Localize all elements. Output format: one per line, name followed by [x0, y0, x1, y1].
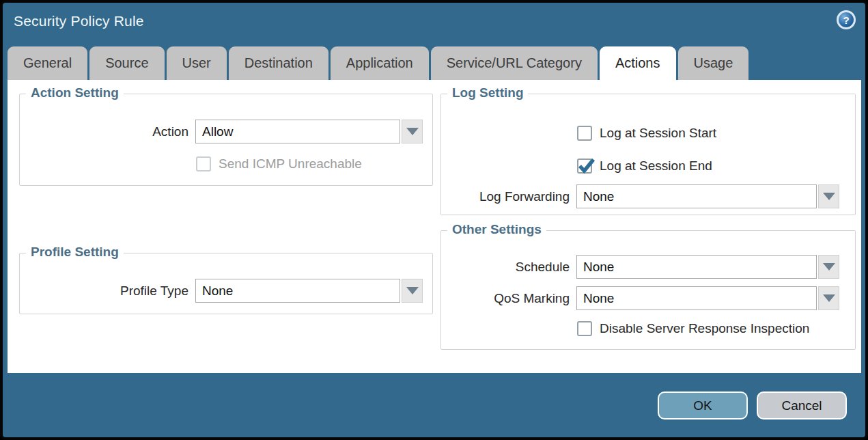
tab-user[interactable]: User: [167, 46, 227, 80]
log-session-end-row: Log at Session End: [577, 158, 712, 174]
content-panel: Action Setting Action Allow Send ICMP Un…: [8, 80, 861, 373]
profile-setting-legend: Profile Setting: [26, 245, 124, 260]
log-session-start-label[interactable]: Log at Session Start: [600, 126, 716, 141]
profile-type-dropdown-value[interactable]: None: [195, 279, 400, 303]
disable-server-response-inspection-checkbox[interactable]: [577, 321, 592, 336]
triangle-down-icon: [823, 263, 835, 271]
other-settings-fieldset: Other Settings Schedule None QoS Marking…: [440, 230, 856, 350]
log-setting-legend: Log Setting: [447, 85, 528, 100]
log-setting-fieldset: Log Setting Log at Session Start Log at …: [440, 94, 856, 215]
profile-type-dropdown-button[interactable]: [402, 279, 423, 303]
log-forwarding-dropdown-button[interactable]: [818, 184, 839, 208]
tab-bar: General Source User Destination Applicat…: [8, 46, 748, 80]
profile-type-dropdown: None: [195, 279, 423, 303]
disable-server-response-inspection-label[interactable]: Disable Server Response Inspection: [600, 321, 809, 336]
tab-source[interactable]: Source: [89, 46, 164, 80]
log-forwarding-dropdown: None: [576, 184, 839, 208]
tab-service-url-category[interactable]: Service/URL Category: [431, 46, 598, 80]
log-forwarding-row: Log Forwarding None: [441, 184, 839, 208]
qos-marking-label: QoS Marking: [441, 291, 576, 306]
action-label: Action: [20, 124, 195, 139]
dialog-title: Security Policy Rule: [14, 13, 144, 29]
log-forwarding-label: Log Forwarding: [441, 189, 576, 204]
action-dropdown-button[interactable]: [402, 120, 423, 143]
action-setting-fieldset: Action Setting Action Allow Send ICMP Un…: [19, 94, 433, 186]
send-icmp-unreachable-row: Send ICMP Unreachable: [196, 156, 362, 172]
security-policy-rule-dialog: Security Policy Rule ? General Source Us…: [0, 0, 868, 440]
tab-usage[interactable]: Usage: [678, 46, 749, 80]
log-session-start-row: Log at Session Start: [577, 125, 716, 141]
tab-destination[interactable]: Destination: [229, 46, 328, 80]
triangle-down-icon: [823, 193, 835, 200]
log-forwarding-dropdown-value[interactable]: None: [576, 184, 817, 208]
qos-marking-dropdown-button[interactable]: [818, 286, 839, 310]
schedule-label: Schedule: [441, 260, 576, 275]
send-icmp-unreachable-label: Send ICMP Unreachable: [219, 156, 362, 171]
triangle-down-icon: [823, 294, 835, 302]
action-setting-legend: Action Setting: [26, 85, 124, 100]
other-settings-legend: Other Settings: [447, 222, 546, 237]
schedule-dropdown-button[interactable]: [818, 255, 839, 279]
schedule-row: Schedule None: [441, 255, 839, 279]
tab-general[interactable]: General: [8, 46, 87, 80]
tab-application[interactable]: Application: [331, 46, 429, 80]
action-dropdown: Allow: [195, 120, 423, 143]
disable-server-response-inspection-row: Disable Server Response Inspection: [577, 320, 809, 337]
send-icmp-unreachable-checkbox: [196, 156, 211, 171]
tab-actions[interactable]: Actions: [600, 46, 676, 80]
action-dropdown-value[interactable]: Allow: [195, 120, 400, 143]
ok-button[interactable]: OK: [658, 391, 748, 420]
log-session-end-checkbox[interactable]: [577, 159, 592, 174]
cancel-button[interactable]: Cancel: [757, 391, 847, 420]
profile-setting-fieldset: Profile Setting Profile Type None: [19, 253, 433, 314]
action-row: Action Allow: [20, 120, 423, 143]
qos-marking-row: QoS Marking None: [441, 286, 839, 310]
check-icon: [577, 157, 596, 176]
profile-type-row: Profile Type None: [20, 279, 423, 303]
profile-type-label: Profile Type: [20, 284, 195, 299]
log-session-end-label[interactable]: Log at Session End: [600, 159, 712, 174]
triangle-down-icon: [406, 128, 419, 135]
schedule-dropdown: None: [576, 255, 839, 279]
triangle-down-icon: [406, 287, 419, 294]
qos-marking-dropdown: None: [576, 286, 839, 310]
log-session-start-checkbox[interactable]: [577, 126, 592, 141]
help-icon[interactable]: ?: [837, 10, 856, 29]
qos-marking-dropdown-value[interactable]: None: [576, 286, 817, 310]
schedule-dropdown-value[interactable]: None: [576, 255, 817, 279]
